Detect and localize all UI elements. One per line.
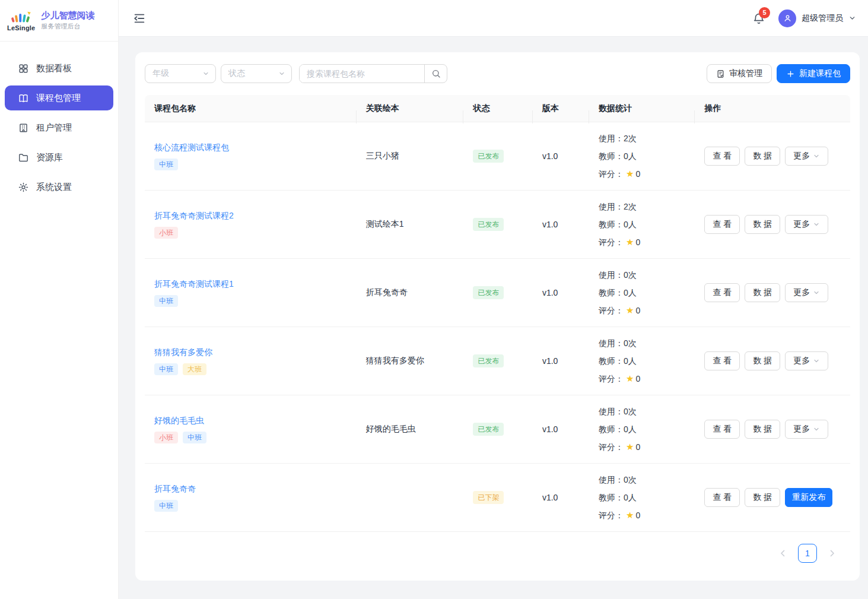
actions-cell: 查 看 数 据 更多 重新发布 [695, 488, 850, 507]
course-package-link[interactable]: 折耳兔奇奇 [154, 484, 196, 495]
stats-cell: 使用：2次 教师：0人 评分：★0 [589, 129, 695, 183]
grade-tags: 小班 [154, 227, 347, 239]
view-button[interactable]: 查 看 [704, 215, 740, 234]
view-button[interactable]: 查 看 [704, 488, 740, 507]
grade-tag: 中班 [154, 295, 178, 307]
sidebar-item-label: 课程包管理 [36, 93, 81, 104]
republish-button[interactable]: 重新发布 [785, 488, 832, 507]
teachers-stat: 教师：0人 [599, 489, 685, 506]
course-package-link[interactable]: 猜猜我有多爱你 [154, 347, 212, 358]
more-button[interactable]: 更多 [785, 215, 828, 234]
create-course-package-button[interactable]: 新建课程包 [777, 64, 850, 83]
grade-select[interactable]: 年级 [145, 64, 216, 83]
actions-cell: 查 看 数 据 更多 重新发布 [695, 351, 850, 370]
data-button[interactable]: 数 据 [745, 147, 780, 166]
data-button[interactable]: 数 据 [745, 420, 780, 439]
sidebar-item-resources[interactable]: 资源库 [5, 145, 113, 170]
version-cell: v1.0 [533, 288, 589, 297]
rating-stat: 评分：★0 [599, 370, 685, 388]
chevron-down-icon [813, 221, 820, 228]
usage-stat: 使用：0次 [599, 334, 685, 352]
user-menu[interactable]: 超级管理员 [778, 9, 856, 27]
sidebar: LeSingle 少儿智慧阅读 服务管理后台 数据看板 课程包管理 租户管理 资… [0, 0, 119, 599]
view-button[interactable]: 查 看 [704, 420, 740, 439]
more-button[interactable]: 更多 [785, 283, 828, 302]
search-input[interactable] [300, 65, 424, 83]
teachers-stat: 教师：0人 [599, 284, 685, 302]
user-name: 超级管理员 [802, 13, 843, 24]
sidebar-item-course-packages[interactable]: 课程包管理 [5, 85, 113, 110]
more-button[interactable]: 更多 [785, 420, 828, 439]
chevron-left-icon [778, 548, 788, 559]
name-cell: 好饿的毛毛虫 小班中班 [145, 416, 357, 443]
notification-bell[interactable]: 5 [752, 12, 765, 25]
data-button[interactable]: 数 据 [745, 215, 780, 234]
star-icon: ★ [626, 305, 634, 315]
stats-cell: 使用：0次 教师：0人 评分：★0 [589, 471, 695, 524]
table-body: 核心流程测试课程包 中班 三只小猪 已发布 v1.0 使用：2次 教师：0人 评… [145, 122, 850, 532]
grade-tags: 中班 [154, 295, 347, 307]
page-number-current[interactable]: 1 [798, 544, 817, 563]
rating-stat: 评分：★0 [599, 302, 685, 319]
status-cell: 已发布 [463, 218, 533, 231]
course-package-link[interactable]: 好饿的毛毛虫 [154, 416, 204, 426]
star-icon: ★ [626, 237, 634, 247]
data-button[interactable]: 数 据 [745, 488, 780, 507]
column-header-ops: 操作 [695, 103, 850, 114]
grade-tag: 大班 [183, 363, 206, 375]
status-badge: 已发布 [473, 150, 504, 163]
create-button-label: 新建课程包 [799, 68, 841, 79]
course-package-link[interactable]: 核心流程测试课程包 [154, 142, 229, 153]
usage-stat: 使用：2次 [599, 129, 685, 147]
app-title: 少儿智慧阅读 [41, 10, 94, 21]
actions-cell: 查 看 数 据 更多 重新发布 [695, 215, 850, 234]
actions-cell: 查 看 数 据 更多 重新发布 [695, 283, 850, 302]
star-icon: ★ [626, 442, 634, 452]
view-button[interactable]: 查 看 [704, 283, 740, 302]
audit-button[interactable]: 审核管理 [707, 64, 772, 83]
topbar: 5 超级管理员 [119, 0, 868, 37]
data-button[interactable]: 数 据 [745, 283, 780, 302]
actions-cell: 查 看 数 据 更多 重新发布 [695, 147, 850, 166]
view-button[interactable]: 查 看 [704, 147, 740, 166]
name-cell: 折耳兔奇奇测试课程2 小班 [145, 211, 357, 239]
sidebar-item-tenants[interactable]: 租户管理 [5, 115, 113, 140]
course-package-link[interactable]: 折耳兔奇奇测试课程2 [154, 211, 234, 221]
dashboard-icon [18, 63, 29, 74]
status-cell: 已下架 [463, 491, 533, 504]
sidebar-menu: 数据看板 课程包管理 租户管理 资源库 系统设置 [0, 42, 118, 202]
rating-stat: 评分：★0 [599, 438, 685, 456]
status-select[interactable]: 状态 [221, 64, 292, 83]
sidebar-item-dashboard[interactable]: 数据看板 [5, 56, 113, 81]
prev-page-button[interactable] [778, 548, 788, 559]
next-page-button[interactable] [826, 548, 837, 559]
course-package-link[interactable]: 折耳兔奇奇测试课程1 [154, 279, 234, 290]
stats-cell: 使用：0次 教师：0人 评分：★0 [589, 334, 695, 388]
name-cell: 折耳兔奇奇 中班 [145, 484, 357, 512]
name-cell: 核心流程测试课程包 中班 [145, 142, 357, 170]
table-row: 猜猜我有多爱你 中班大班 猜猜我有多爱你 已发布 v1.0 使用：0次 教师：0… [145, 327, 850, 395]
more-button[interactable]: 更多 [785, 351, 828, 370]
stats-cell: 使用：0次 教师：0人 评分：★0 [589, 402, 695, 456]
teachers-stat: 教师：0人 [599, 215, 685, 233]
version-cell: v1.0 [533, 424, 589, 434]
audit-doc-icon [716, 69, 725, 78]
table-row: 折耳兔奇奇测试课程2 小班 测试绘本1 已发布 v1.0 使用：2次 教师：0人… [145, 191, 850, 259]
search-button[interactable] [424, 65, 447, 83]
table-row: 折耳兔奇奇 中班 已下架 v1.0 使用：0次 教师：0人 评分：★0 查 看 … [145, 464, 850, 532]
stats-cell: 使用：0次 教师：0人 评分：★0 [589, 266, 695, 319]
view-button[interactable]: 查 看 [704, 351, 740, 370]
more-button[interactable]: 更多 [785, 147, 828, 166]
status-cell: 已发布 [463, 423, 533, 436]
rating-stat: 评分：★0 [599, 233, 685, 251]
stats-cell: 使用：2次 教师：0人 评分：★0 [589, 198, 695, 251]
data-button[interactable]: 数 据 [745, 351, 780, 370]
sidebar-item-settings[interactable]: 系统设置 [5, 175, 113, 199]
gear-icon [18, 182, 29, 193]
menu-fold-icon[interactable] [133, 12, 146, 25]
star-icon: ★ [626, 169, 634, 179]
avatar [778, 9, 796, 27]
folder-icon [18, 152, 29, 163]
column-header-book: 关联绘本 [357, 103, 464, 114]
book-cell: 好饿的毛毛虫 [357, 424, 464, 435]
